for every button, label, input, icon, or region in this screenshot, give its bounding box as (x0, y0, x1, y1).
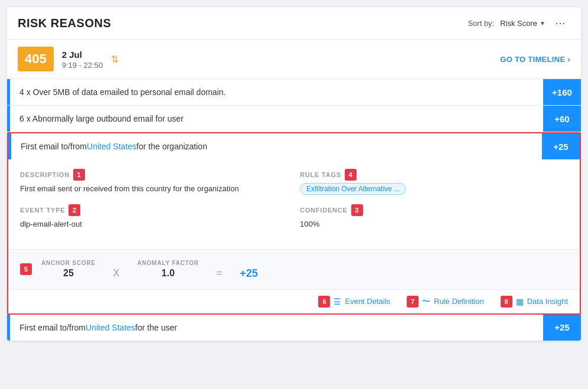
step-5-badge: 5 (20, 263, 32, 275)
confidence-label: CONFIDENCE 3 (300, 204, 568, 216)
risk-item-text: 4 x Over 5MB of data emailed to personal… (10, 79, 543, 105)
list-icon: ☰ (334, 297, 341, 306)
confidence-section: CONFIDENCE 3 100% (300, 204, 568, 230)
sort-by-label: Sort by: (468, 19, 494, 28)
chart-icon: ▦ (516, 297, 524, 306)
score-left: 405 2 Jul 9:19 - 22:50 ⇅ (18, 47, 119, 71)
risk-item: First email to/from United States for th… (7, 315, 581, 341)
expanded-body: DESCRIPTION 1 First email sent or receiv… (8, 159, 580, 249)
detail-grid: DESCRIPTION 1 First email sent or receiv… (20, 169, 568, 195)
sort-dropdown[interactable]: Risk Score ▼ (500, 19, 545, 28)
rule-tags-label: RULE TAGS 4 (300, 169, 568, 181)
rule-definition-label: Rule Definition (434, 297, 484, 306)
anomaly-factor-item: ANOMALY FACTOR 1.0 (138, 260, 199, 279)
risk-item: 6 x Abnormally large outbound email for … (7, 106, 581, 132)
description-value: First email sent or received from this c… (20, 183, 288, 195)
date-info: 2 Jul 9:19 - 22:50 (62, 48, 103, 70)
risk-item-score: +60 (543, 106, 581, 132)
last-item-score: +25 (543, 315, 581, 341)
step-4-badge: 4 (345, 169, 357, 181)
step-1-badge: 1 (73, 169, 85, 181)
score-row: 405 2 Jul 9:19 - 22:50 ⇅ GO TO TIMELINE … (7, 40, 581, 79)
risk-item-text: 6 x Abnormally large outbound email for … (10, 106, 543, 132)
event-details-label: Event Details (345, 297, 390, 306)
main-card: RISK REASONS Sort by: Risk Score ▼ ⋯ 405… (7, 7, 581, 341)
sort-value: Risk Score (500, 19, 537, 28)
step-7-badge: 7 (407, 296, 419, 308)
wave-icon: 〜 (422, 296, 430, 307)
rule-tag-pill: Exfiltration Over Alternative ... (300, 183, 568, 195)
event-details-button[interactable]: 6 ☰ Event Details (318, 296, 390, 308)
step-6-badge: 6 (318, 296, 330, 308)
header-right: Sort by: Risk Score ▼ ⋯ (468, 15, 570, 31)
equals-operator: = (217, 268, 222, 279)
risk-item-score: +160 (543, 79, 581, 105)
expanded-item-header-text: First email to/from United States for th… (11, 133, 542, 159)
data-insight-button[interactable]: 8 ▦ Data Insight (501, 296, 568, 308)
anchor-score-row: 5 ANCHOR SCORE 25 X ANOMALY FACTOR 1.0 =… (8, 249, 580, 289)
expanded-risk-item: First email to/from United States for th… (7, 132, 581, 315)
rule-tags-section: RULE TAGS 4 Exfiltration Over Alternativ… (300, 169, 568, 195)
risk-items-list: 4 x Over 5MB of data emailed to personal… (7, 79, 581, 341)
anchor-step-group: 5 (20, 263, 32, 275)
header: RISK REASONS Sort by: Risk Score ▼ ⋯ (7, 7, 581, 40)
risk-item: 4 x Over 5MB of data emailed to personal… (7, 79, 581, 106)
event-type-section: EVENT TYPE 2 dlp-email-alert-out (20, 204, 288, 230)
step-8-badge: 8 (501, 296, 512, 308)
score-time: 9:19 - 22:50 (62, 61, 103, 70)
anchor-result: +25 (240, 267, 258, 280)
page-container: RISK REASONS Sort by: Risk Score ▼ ⋯ 405… (0, 0, 588, 389)
risk-score-badge: 405 (18, 47, 54, 71)
event-type-label: EVENT TYPE 2 (20, 204, 288, 216)
last-item-text: First email to/from United States for th… (10, 315, 543, 341)
rule-definition-button[interactable]: 7 〜 Rule Definition (407, 296, 484, 308)
step-3-badge: 3 (351, 204, 363, 216)
event-type-value: dlp-email-alert-out (20, 218, 288, 230)
anchor-score-item: ANCHOR SCORE 25 (41, 260, 96, 279)
go-to-timeline-button[interactable]: GO TO TIMELINE › (500, 55, 570, 64)
description-label: DESCRIPTION 1 (20, 169, 288, 181)
data-insight-label: Data Insight (527, 297, 568, 306)
description-section: DESCRIPTION 1 First email sent or receiv… (20, 169, 288, 195)
more-options-button[interactable]: ⋯ (551, 15, 570, 31)
confidence-value: 100% (300, 218, 568, 230)
expanded-item-top: First email to/from United States for th… (8, 133, 580, 159)
detail-grid-2: EVENT TYPE 2 dlp-email-alert-out CONFIDE… (20, 204, 568, 230)
multiply-operator: X (113, 268, 120, 279)
filter-icon[interactable]: ⇅ (111, 54, 119, 65)
chevron-down-icon: ▼ (540, 20, 545, 27)
page-title: RISK REASONS (18, 17, 111, 30)
action-row: 6 ☰ Event Details 7 〜 Rule Definition 8 … (8, 289, 580, 313)
step-2-badge: 2 (68, 204, 80, 216)
expanded-item-score: +25 (542, 133, 580, 159)
chevron-right-icon: › (567, 55, 570, 64)
score-date: 2 Jul (62, 48, 103, 61)
